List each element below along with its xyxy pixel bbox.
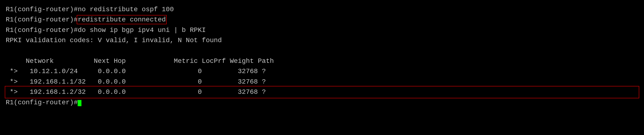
terminal-cursor bbox=[78, 100, 82, 106]
terminal-row-2: *> 192.168.1.1/32 0.0.0.0 0 32768 ? bbox=[6, 77, 638, 87]
empty-line bbox=[6, 46, 638, 56]
terminal-line-3: R1(config-router)#do show ip bgp ipv4 un… bbox=[6, 25, 638, 35]
terminal-line-1: R1(config-router)#no redistribute ospf 1… bbox=[6, 4, 638, 14]
terminal-line-4: RPKI validation codes: V valid, I invali… bbox=[6, 35, 638, 46]
terminal-line-2: R1(config-router)#redistribute connected bbox=[6, 14, 638, 25]
terminal-prompt-line[interactable]: R1(config-router)# bbox=[6, 98, 638, 108]
highlight-redistribute-connected: redistribute connected bbox=[78, 16, 166, 23]
terminal-row-1: *> 10.12.1.0/24 0.0.0.0 0 32768 ? bbox=[6, 66, 638, 76]
terminal-window: R1(config-router)#no redistribute ospf 1… bbox=[0, 0, 644, 135]
terminal-header-line: Network Next Hop Metric LocPrf Weight Pa… bbox=[6, 56, 638, 66]
terminal-row-3-highlighted: *> 192.168.1.2/32 0.0.0.0 0 32768 ? bbox=[6, 87, 638, 97]
